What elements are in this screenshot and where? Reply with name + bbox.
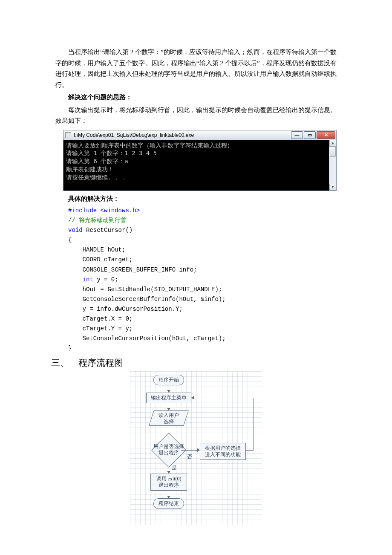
section-title: 程序流程图 <box>78 357 123 369</box>
console-icon <box>65 132 71 138</box>
minimize-button[interactable]: — <box>291 131 303 139</box>
code-line: hOut = GetStdHandle(STD_OUTPUT_HANDLE); <box>68 286 222 293</box>
console-window: f:\My Code\exp01_SqList\Debug\exp_linkta… <box>63 130 337 191</box>
code-line: SetConsoleCursorPosition(hOut, cTarget); <box>68 335 226 342</box>
flowchart-container: 程序开始 输出程序主菜单 读入用户 选择 用户是否选择 退出程序 否 根据用户的… <box>55 371 337 525</box>
console-line: 请输入第 1 个数字：1 2 3 4 5 <box>66 149 334 157</box>
code-text: ResetCursor() <box>83 227 133 234</box>
scroll-up-icon[interactable]: ▲ <box>329 140 336 147</box>
code-line: CONSOLE_SCREEN_BUFFER_INFO info; <box>68 266 197 273</box>
paragraph-2: 每次输出提示时，将光标移动到行首，因此，输出提示的时候会自动覆盖已经输出的提示信… <box>55 105 337 127</box>
paragraph-1: 当程序输出“请输入第 2 个数字：”的时候，应该等待用户输入；然而，在程序等待输… <box>55 47 337 90</box>
code-line: cTarget.Y = y; <box>68 325 133 332</box>
flow-line <box>246 450 254 451</box>
flow-exit: 调用 exit(0) 退出程序 <box>150 474 187 491</box>
heading-solution-idea: 解决这个问题的思路： <box>55 92 337 103</box>
console-line: 顺序表创建成功！ <box>66 165 334 173</box>
flow-end: 程序结束 <box>153 498 184 509</box>
code-text <box>68 276 83 283</box>
flowchart: 程序开始 输出程序主菜单 读入用户 选择 用户是否选择 退出程序 否 根据用户的… <box>130 371 262 525</box>
scroll-thumb[interactable] <box>330 147 336 157</box>
code-comment: // 将光标移动到行首 <box>68 217 127 224</box>
code-keyword: int <box>83 276 93 283</box>
code-keyword: void <box>68 227 83 234</box>
code-block: #include <windows.h> // 将光标移动到行首 void Re… <box>68 206 337 353</box>
console-line: 请按任意键继续. . . _ <box>66 173 334 182</box>
flow-start: 程序开始 <box>153 375 184 385</box>
flow-read-label: 读入用户 选择 <box>151 412 186 425</box>
code-line: { <box>68 237 72 243</box>
code-line: COORD cTarget; <box>68 256 133 263</box>
flow-decision-label: 用户是否选择 退出程序 <box>149 443 189 456</box>
code-line: HANDLE hOut; <box>68 246 125 253</box>
document-page: 当程序输出“请输入第 2 个数字：”的时候，应该等待用户输入；然而，在程序等待输… <box>0 0 392 550</box>
flow-line <box>193 398 254 398</box>
section-3-header: 三、 程序流程图 <box>51 357 337 369</box>
flow-line <box>169 462 169 472</box>
window-title: f:\My Code\exp01_SqList\Debug\exp_linkta… <box>74 132 291 138</box>
console-body[interactable]: 请输入要放到顺序表中的数字（输入非数字字符结束输入过程） 请输入第 1 个数字：… <box>63 140 337 191</box>
flow-branch: 根据用户的选择 进入不同的功能 <box>200 443 246 460</box>
code-line: #include <windows.h> <box>68 207 140 214</box>
flow-yes-label: 是 <box>172 464 180 471</box>
console-line: 请输入要放到顺序表中的数字（输入非数字字符结束输入过程） <box>66 142 334 150</box>
arrow-left-icon <box>191 396 194 399</box>
heading-solution-method: 具体的解决方法： <box>55 194 337 205</box>
flow-line <box>254 398 254 450</box>
scrollbar[interactable]: ▲ ▼ <box>329 140 336 191</box>
window-titlebar: f:\My Code\exp01_SqList\Debug\exp_linkta… <box>63 130 337 140</box>
scroll-down-icon[interactable]: ▼ <box>329 184 336 191</box>
close-button[interactable]: ✕ <box>317 131 335 139</box>
code-text: y = 0; <box>93 276 118 283</box>
maximize-button[interactable]: ▭ <box>304 131 316 139</box>
code-line: GetConsoleScreenBufferInfo(hOut, &info); <box>68 296 226 303</box>
flow-menu: 输出程序主菜单 <box>146 393 191 403</box>
code-line: } <box>68 345 72 352</box>
console-line: 请输入第 6 个数字：a <box>66 157 334 165</box>
section-number: 三、 <box>51 357 78 369</box>
code-line: y = info.dwCursorPosition.Y; <box>68 306 183 312</box>
code-line: cTarget.X = 0; <box>68 315 133 322</box>
window-buttons: — ▭ ✕ <box>291 131 336 139</box>
